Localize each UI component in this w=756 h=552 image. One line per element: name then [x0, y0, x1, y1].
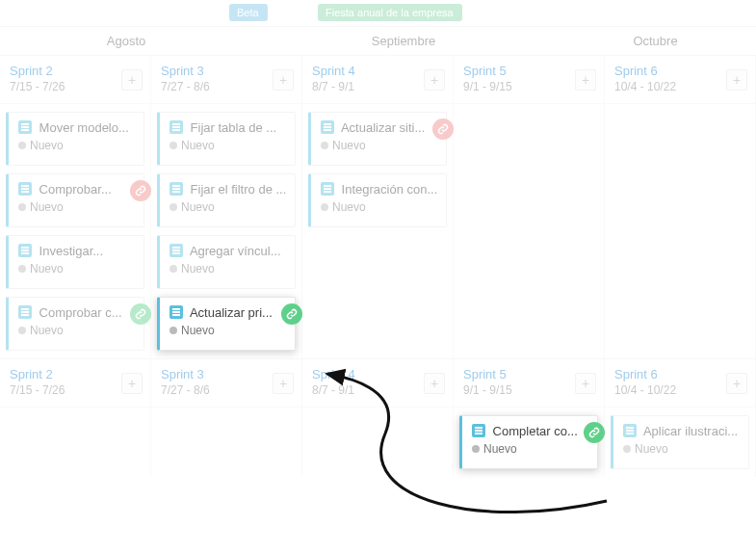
sprint-header: Sprint 610/4 - 10/22+	[605, 359, 755, 407]
card-title: Comprobar c...	[18, 305, 136, 320]
status-dot-icon	[321, 203, 328, 211]
work-item-card[interactable]: Investigar...Nuevo	[6, 235, 144, 289]
dependency-link-icon[interactable]	[130, 303, 151, 325]
card-title: Integración con...	[321, 182, 438, 197]
sprint-header: Sprint 59/1 - 9/15+	[454, 359, 604, 407]
card-status: Nuevo	[169, 139, 287, 152]
status-dot-icon	[169, 142, 177, 149]
work-item-card[interactable]: Actualizar siti...Nuevo	[308, 112, 447, 166]
sprint-header: Sprint 610/4 - 10/22+	[605, 56, 755, 104]
work-item-card[interactable]: Aplicar ilustraci...Nuevo	[611, 415, 749, 469]
card-status: Nuevo	[321, 200, 438, 214]
status-dot-icon	[321, 142, 328, 149]
add-item-button[interactable]: +	[575, 69, 596, 91]
status-dot-icon	[623, 445, 631, 453]
add-item-button[interactable]: +	[121, 373, 143, 394]
card-title: Completar co...	[472, 424, 589, 438]
card-title: Aplicar ilustraci...	[623, 424, 741, 438]
work-item-card[interactable]: Agregar víncul...Nuevo	[157, 235, 296, 289]
dependency-link-icon[interactable]	[281, 303, 302, 325]
add-item-button[interactable]: +	[726, 373, 747, 394]
work-item-card[interactable]: Integración con...Nuevo	[308, 173, 447, 227]
dependency-link-icon[interactable]	[432, 118, 454, 140]
status-dot-icon	[18, 203, 26, 211]
work-item-icon	[169, 182, 183, 196]
dependency-link-icon[interactable]	[130, 180, 151, 201]
month-october: Octubre	[555, 27, 756, 55]
sprint-header: Sprint 37/27 - 8/6+	[151, 359, 301, 407]
status-dot-icon	[169, 327, 177, 334]
sprint-column: Sprint 48/7 - 9/1+	[302, 359, 454, 477]
status-dot-icon	[18, 327, 26, 334]
month-september: Septiembre	[252, 27, 555, 55]
status-dot-icon	[18, 265, 26, 273]
card-title: Fijar tabla de ...	[169, 120, 287, 135]
card-title: Investigar...	[18, 244, 136, 258]
add-item-button[interactable]: +	[273, 69, 294, 91]
card-status: Nuevo	[18, 262, 136, 276]
add-item-button[interactable]: +	[121, 69, 143, 91]
sprint-column: Sprint 48/7 - 9/1+ Actualizar siti...Nue…	[302, 56, 454, 358]
card-status: Nuevo	[472, 442, 589, 456]
add-item-button[interactable]: +	[273, 373, 294, 394]
swimlane-top: Sprint 27/15 - 7/26+ Mover modelo...Nuev…	[0, 56, 756, 358]
work-item-card[interactable]: Comprobar c...Nuevo	[6, 297, 144, 351]
card-status: Nuevo	[623, 442, 741, 456]
work-item-icon	[321, 120, 334, 134]
sprint-header: Sprint 27/15 - 7/26+	[0, 359, 150, 407]
card-status: Nuevo	[169, 324, 287, 337]
sprint-header: Sprint 48/7 - 9/1+	[302, 359, 453, 407]
card-status: Nuevo	[18, 200, 136, 214]
status-dot-icon	[169, 265, 177, 273]
work-item-icon	[18, 120, 32, 134]
add-item-button[interactable]: +	[424, 69, 445, 91]
work-item-icon	[169, 120, 183, 134]
work-item-card[interactable]: Mover modelo...Nuevo	[6, 112, 144, 166]
sprint-header: Sprint 48/7 - 9/1+	[302, 56, 453, 104]
milestone-row: Beta Fiesta anual de la empresa	[0, 0, 756, 27]
sprint-column: Sprint 27/15 - 7/26+ Mover modelo...Nuev…	[0, 56, 151, 358]
work-item-icon	[18, 182, 32, 196]
card-title: Fijar el filtro de ...	[169, 182, 287, 197]
work-item-icon	[623, 424, 637, 437]
sprint-column: Sprint 37/27 - 8/6+	[151, 359, 302, 477]
work-item-card[interactable]: Comprobar...Nuevo	[6, 173, 144, 227]
card-status: Nuevo	[321, 139, 438, 152]
sprint-column: Sprint 610/4 - 10/22+	[605, 56, 756, 358]
work-item-card[interactable]: Fijar el filtro de ...Nuevo	[157, 173, 296, 227]
work-item-icon	[18, 305, 32, 319]
work-item-card[interactable]: Completar co...Nuevo	[459, 415, 598, 469]
add-item-button[interactable]: +	[726, 69, 747, 91]
card-title: Agregar víncul...	[169, 244, 287, 258]
work-item-card[interactable]: Fijar tabla de ...Nuevo	[157, 112, 296, 166]
card-status: Nuevo	[169, 200, 287, 214]
milestone-beta[interactable]: Beta	[229, 4, 268, 21]
add-item-button[interactable]: +	[575, 373, 596, 394]
add-item-button[interactable]: +	[424, 373, 445, 394]
dependency-link-icon[interactable]	[584, 422, 605, 443]
sprint-column: Sprint 610/4 - 10/22+ Aplicar ilustraci.…	[605, 359, 756, 477]
sprint-header: Sprint 27/15 - 7/26+	[0, 56, 150, 104]
sprint-column: Sprint 59/1 - 9/15+ Completar co...Nuevo	[454, 359, 605, 477]
sprint-column: Sprint 27/15 - 7/26+	[0, 359, 151, 477]
card-status: Nuevo	[18, 139, 136, 152]
work-item-icon	[169, 244, 183, 257]
sprint-column: Sprint 59/1 - 9/15+	[454, 56, 605, 358]
status-dot-icon	[169, 203, 177, 211]
month-august: Agosto	[0, 27, 252, 55]
work-item-icon	[169, 305, 183, 319]
status-dot-icon	[18, 142, 26, 149]
card-status: Nuevo	[18, 324, 136, 337]
card-title: Actualizar pri...	[169, 305, 287, 320]
sprint-header: Sprint 59/1 - 9/15+	[454, 56, 604, 104]
milestone-fiesta[interactable]: Fiesta anual de la empresa	[318, 4, 462, 21]
card-title: Comprobar...	[18, 182, 136, 197]
board: Beta Fiesta anual de la empresa Agosto S…	[0, 0, 756, 477]
card-title: Actualizar siti...	[321, 120, 438, 135]
sprint-header: Sprint 37/27 - 8/6+	[151, 56, 301, 104]
work-item-icon	[321, 182, 334, 196]
month-header: Agosto Septiembre Octubre	[0, 27, 756, 56]
work-item-icon	[472, 424, 485, 437]
work-item-card[interactable]: Actualizar pri...Nuevo	[157, 297, 296, 351]
sprint-column: Sprint 37/27 - 8/6+ Fijar tabla de ...Nu…	[151, 56, 302, 358]
